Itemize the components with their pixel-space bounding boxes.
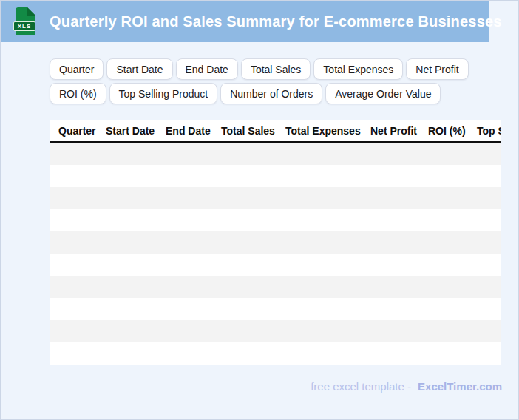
table-row bbox=[50, 320, 501, 342]
header-bar: XLS Quarterly ROI and Sales Summary for … bbox=[1, 1, 489, 42]
field-chip-total-expenses: Total Expenses bbox=[313, 58, 403, 80]
table-row bbox=[50, 143, 501, 165]
xls-label: XLS bbox=[13, 21, 35, 31]
template-preview-page: XLS Quarterly ROI and Sales Summary for … bbox=[0, 0, 519, 420]
summary-table: QuarterStart DateEnd DateTotal SalesTota… bbox=[50, 120, 501, 365]
table-row bbox=[50, 165, 501, 187]
table-row bbox=[50, 276, 501, 298]
column-header-total-expenses: Total Expenses bbox=[277, 125, 362, 137]
column-header-roi: ROI (%) bbox=[419, 125, 468, 137]
field-chips: QuarterStart DateEnd DateTotal SalesTota… bbox=[50, 58, 517, 104]
field-chip-number-of-orders: Number of Orders bbox=[220, 83, 322, 104]
table-row bbox=[50, 298, 501, 320]
field-chip-top-selling-product: Top Selling Product bbox=[109, 83, 218, 104]
column-header-end-date: End Date bbox=[157, 125, 212, 137]
footer: free excel template -ExcelTimer.com bbox=[311, 380, 502, 393]
table-row bbox=[50, 254, 501, 276]
field-chip-start-date: Start Date bbox=[106, 58, 172, 80]
footer-brand-link[interactable]: ExcelTimer.com bbox=[418, 380, 502, 393]
folded-corner bbox=[27, 7, 35, 16]
field-chip-roi: ROI (%) bbox=[50, 83, 106, 104]
page-title: Quarterly ROI and Sales Summary for E-co… bbox=[50, 13, 502, 30]
field-chip-net-profit: Net Profit bbox=[406, 58, 468, 80]
table-body bbox=[50, 143, 501, 365]
column-header-top-selling-product: Top Selling Product bbox=[468, 125, 501, 137]
column-header-total-sales: Total Sales bbox=[212, 125, 277, 137]
field-chip-total-sales: Total Sales bbox=[241, 58, 311, 80]
field-chip-average-order-value: Average Order Value bbox=[325, 83, 441, 104]
table-header-row: QuarterStart DateEnd DateTotal SalesTota… bbox=[50, 120, 501, 143]
column-header-net-profit: Net Profit bbox=[362, 125, 419, 137]
xls-file-icon: XLS bbox=[16, 7, 35, 35]
table-row bbox=[50, 231, 501, 254]
field-chip-quarter: Quarter bbox=[50, 58, 104, 80]
table-row bbox=[50, 187, 501, 209]
table-row bbox=[50, 342, 501, 365]
field-chip-end-date: End Date bbox=[176, 58, 238, 80]
column-header-start-date: Start Date bbox=[97, 125, 157, 137]
column-header-quarter: Quarter bbox=[50, 125, 97, 137]
table-row bbox=[50, 209, 501, 231]
footer-text: free excel template - bbox=[311, 380, 411, 393]
